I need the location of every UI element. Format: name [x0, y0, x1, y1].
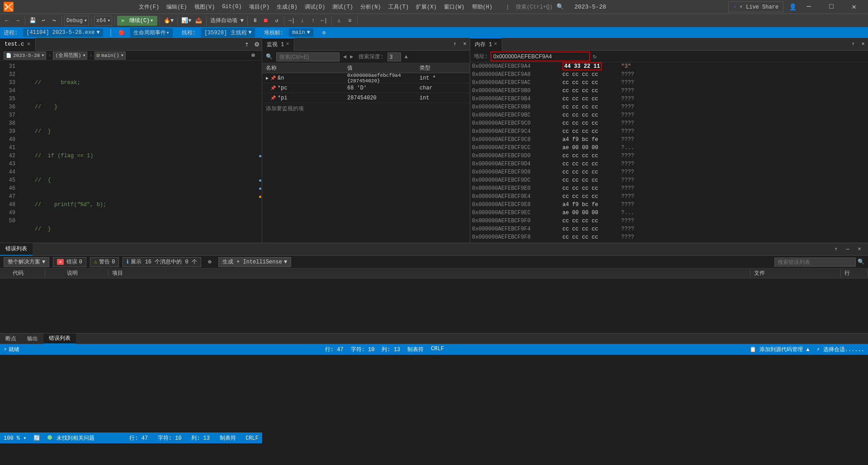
search-errors-input[interactable] — [774, 258, 856, 267]
debug-tab-errors[interactable]: 错误列表 — [43, 333, 76, 344]
scope-selector[interactable]: (全局范围) ▼ — [53, 52, 87, 60]
process-dropdown[interactable]: [41104] 2023-5-28.exe ▼ — [23, 28, 103, 37]
info-count-btn[interactable]: ℹ 展示 16 个消息中的 0 个 — [123, 257, 201, 267]
bottom-panel-close-btn[interactable]: × — [854, 244, 864, 254]
error-count-btn[interactable]: ✕ 错误 0 — [53, 257, 86, 267]
memory-refresh-btn[interactable]: ↻ — [593, 52, 596, 60]
monitor-close-btn[interactable]: × — [460, 39, 470, 49]
build-filter-dropdown[interactable]: 生成 + IntelliSense ▼ — [218, 257, 291, 267]
editor-split-btn[interactable]: ⊞ — [248, 51, 258, 61]
function-selector[interactable]: ⊡ main() ▼ — [94, 52, 126, 60]
add-watch-btn[interactable]: 添加要监视的项 — [262, 103, 470, 114]
close-button[interactable]: ✕ — [844, 0, 864, 14]
profile-dropdown[interactable]: 📊▼ — [180, 16, 193, 26]
menu-git[interactable]: Git(G) — [219, 3, 244, 11]
menu-analyze[interactable]: 分析(N) — [358, 2, 384, 12]
debug-mode-dropdown[interactable]: Debug ▼ — [64, 16, 89, 26]
menu-view[interactable]: 视图(V) — [192, 2, 218, 12]
monitor-pin-btn[interactable]: ⇡ — [450, 39, 460, 49]
monitor-tab-close[interactable]: × — [286, 41, 289, 47]
auto-select-btn[interactable]: 选择自动项 ▼ — [209, 16, 245, 26]
search-depth-input[interactable] — [387, 52, 401, 61]
status-col: 字符: 10 — [351, 346, 375, 353]
hot-reload-btn[interactable]: 🔥▼ — [162, 16, 175, 26]
code-content[interactable]: // break; // } // } // if (flag == 1) //… — [18, 61, 258, 243]
scope-filter-dropdown[interactable]: 整个解决方案 ▼ — [4, 257, 49, 267]
pin-n-icon: 📌 — [270, 75, 276, 81]
memory-addr-input[interactable] — [491, 52, 590, 61]
code-line-32: // } — [22, 103, 255, 111]
expand-pc-icon[interactable]: ▶ — [266, 85, 269, 91]
settings-icon[interactable]: ⚙ — [322, 29, 326, 36]
process-value: [41104] 2023-5-28.exe — [26, 29, 94, 36]
depth-up-btn[interactable]: ▲ — [405, 54, 408, 60]
search-nav-right[interactable]: ▶ — [350, 53, 353, 60]
menu-test[interactable]: 测试(T) — [330, 2, 356, 12]
expand-pi-icon[interactable]: ▶ — [266, 95, 269, 101]
step-over-btn[interactable]: →| — [287, 16, 297, 26]
minimize-button[interactable]: ─ — [798, 0, 819, 14]
sep9 — [284, 16, 284, 25]
status-source-control[interactable]: 📋 添加到源代码管理 ▲ — [750, 346, 810, 353]
build-filter-label: 生成 + IntelliSense — [222, 258, 282, 266]
menu-extensions[interactable]: 扩展(X) — [413, 2, 439, 12]
profile-button[interactable]: 👤 — [789, 3, 797, 11]
step-out-btn[interactable]: ↑ — [308, 16, 318, 26]
undo-btn[interactable]: ↩ — [38, 16, 48, 26]
stack-dropdown[interactable]: main ▼ — [289, 28, 313, 37]
step-in-btn[interactable]: ↓ — [297, 16, 307, 26]
monitor-row-n[interactable]: ▶ 📌 &n 0x000000aefebcf9a4 {287454020} in… — [262, 73, 470, 83]
scope-dropdown[interactable]: 📄 2023-5-28 ▼ — [4, 52, 46, 60]
back-btn[interactable]: ← — [2, 16, 12, 26]
editor-tab-test-c[interactable]: test.c × — [0, 38, 36, 51]
menu-edit[interactable]: 编辑(E) — [164, 2, 190, 12]
debug-tab-output[interactable]: 输出 — [22, 333, 43, 344]
maximize-button[interactable]: □ — [821, 0, 842, 14]
stop-btn[interactable]: ⏹ — [261, 16, 271, 26]
redo-btn[interactable]: ↪ — [49, 16, 59, 26]
filter-btn[interactable]: ⚙ — [205, 257, 215, 267]
editor-more-btn[interactable]: ⚙ — [252, 39, 262, 49]
thread-dropdown[interactable]: [35928] 主线程 ▼ — [201, 28, 255, 38]
memory-content[interactable]: 0x000000AEFEBCF9A4 44 33 22 11 "3" 0x000… — [470, 62, 868, 243]
menu-debug[interactable]: 调试(D) — [302, 2, 328, 12]
bottom-panel-pin-btn[interactable]: ⇡ — [831, 244, 841, 254]
expand-n-icon[interactable]: ▶ — [266, 75, 269, 81]
zoom-level[interactable]: 100 % ▾ — [4, 435, 26, 442]
editor-tab-close[interactable]: × — [27, 41, 30, 48]
menu-project[interactable]: 项目(P) — [246, 2, 273, 12]
menu-help[interactable]: 帮助(H) — [469, 2, 495, 12]
continue-button[interactable]: ▶ 继续(C) ▼ — [117, 16, 157, 26]
debug-mode-arrow: ▼ — [85, 19, 87, 23]
publish-btn[interactable]: 📤 — [194, 16, 204, 26]
menu-window[interactable]: 窗口(W) — [441, 2, 467, 12]
lifecycle-dropdown[interactable]: 生命周期事件▾ — [130, 28, 172, 38]
monitor-tab-1[interactable]: 监视 1 × — [262, 38, 294, 51]
status-branch[interactable]: ⚡ 选择合适...... — [816, 346, 864, 353]
menu-tools[interactable]: 工具(T) — [386, 2, 412, 12]
exception-btn[interactable]: ⚠ — [334, 16, 344, 26]
live-share-button[interactable]: ⚡ ⚡ Live Share — [728, 1, 783, 12]
memory-close-btn[interactable]: × — [858, 39, 868, 49]
search-nav-left[interactable]: ◀ — [343, 53, 346, 60]
pause-btn[interactable]: ⏸ — [250, 16, 260, 26]
editor-pin-btn[interactable]: ⇡ — [242, 39, 252, 49]
debug-tab-breakpoints[interactable]: 断点 — [0, 333, 22, 344]
menu-file[interactable]: 文件(F) — [136, 2, 162, 12]
restart-btn[interactable]: ↺ — [272, 16, 282, 26]
monitor-row-pi[interactable]: ▶ 📌 *pi 287454020 int — [262, 93, 470, 103]
memory-tab-close[interactable]: × — [494, 41, 497, 47]
warning-count-btn[interactable]: ⚠ 警告 0 — [90, 257, 119, 267]
arch-dropdown[interactable]: x64 ▼ — [94, 16, 112, 26]
threads-btn[interactable]: ≡ — [345, 16, 355, 26]
memory-tab-1[interactable]: 内存 1 × — [470, 38, 502, 51]
step-back-btn[interactable]: ←| — [319, 16, 329, 26]
menu-build[interactable]: 生成(B) — [274, 2, 300, 12]
bottom-tab-errors[interactable]: 错误列表 — [0, 243, 33, 256]
fwd-btn[interactable]: → — [13, 16, 23, 26]
bottom-panel-minimize-btn[interactable]: ─ — [843, 244, 853, 254]
memory-pin-btn[interactable]: ⇡ — [848, 39, 858, 49]
monitor-row-pc[interactable]: ▶ 📌 *pc 68 'D' char — [262, 83, 470, 93]
monitor-search-input[interactable] — [276, 52, 340, 61]
save-all-btn[interactable]: 💾 — [28, 16, 38, 26]
